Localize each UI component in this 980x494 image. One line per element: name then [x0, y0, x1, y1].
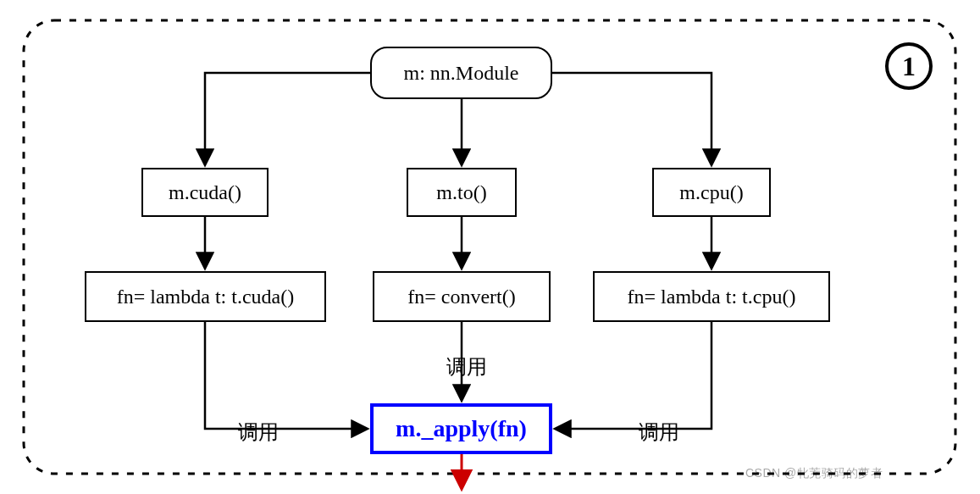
node-cuda-fn: fn= lambda t: t.cuda() — [85, 271, 326, 322]
edge-right-label: 调用 — [634, 419, 684, 446]
node-cpu-call-label: m.cpu() — [679, 181, 743, 204]
node-root-label: m: nn.Module — [404, 62, 519, 85]
diagram-badge: 1 — [885, 42, 933, 90]
node-apply-label: m._apply(fn) — [396, 415, 527, 442]
node-to-fn: fn= convert() — [373, 271, 551, 322]
node-cpu-fn: fn= lambda t: t.cpu() — [593, 271, 830, 322]
edge-left-label: 调用 — [233, 419, 284, 446]
watermark: CSDN @牝茺骑码的萝者 — [745, 466, 883, 481]
node-cpu-fn-label: fn= lambda t: t.cpu() — [628, 286, 796, 308]
diagram-badge-label: 1 — [902, 51, 916, 82]
node-cuda-call: m.cuda() — [141, 168, 269, 217]
diagram-stage: 1 m: nn.Module m.cuda() m.to() m.cpu() f… — [0, 0, 980, 494]
node-root: m: nn.Module — [370, 47, 552, 99]
node-to-fn-label: fn= convert() — [407, 286, 515, 308]
node-to-call: m.to() — [407, 168, 517, 217]
node-cuda-fn-label: fn= lambda t: t.cuda() — [117, 286, 294, 308]
edge-center-label: 调用 — [441, 353, 492, 380]
node-to-call-label: m.to() — [436, 181, 486, 204]
node-cuda-call-label: m.cuda() — [169, 181, 241, 204]
node-cpu-call: m.cpu() — [652, 168, 771, 217]
node-apply: m._apply(fn) — [370, 403, 552, 454]
